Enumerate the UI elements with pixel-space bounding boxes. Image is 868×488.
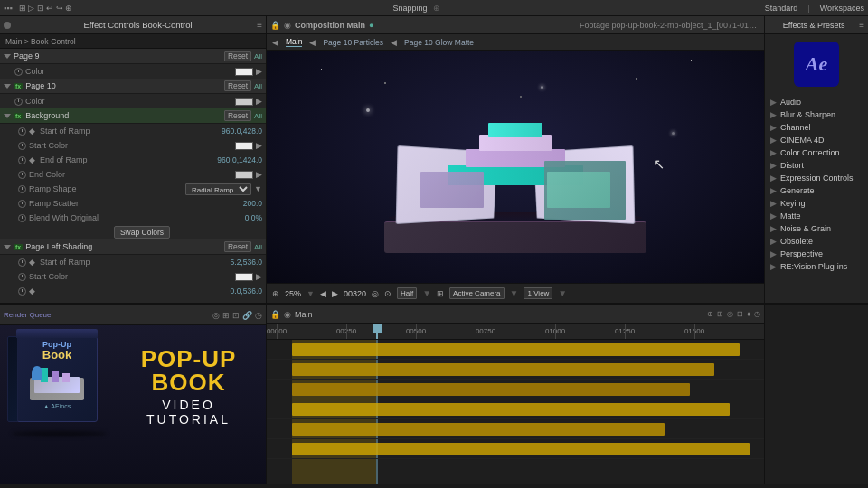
prev-frame-btn[interactable]: ◀ — [320, 289, 326, 298]
ramp-shape-stopwatch[interactable] — [18, 185, 26, 193]
bg-reset[interactable]: Reset — [224, 110, 251, 121]
timeline-btn-5[interactable]: ◷ — [255, 311, 262, 320]
category-expression[interactable]: ▶ Expression Controls — [765, 172, 868, 184]
tl-btn-6[interactable]: ◷ — [754, 310, 760, 318]
page10-color-stopwatch[interactable] — [14, 98, 23, 106]
page9-reset[interactable]: Reset — [224, 51, 251, 61]
render-btn[interactable]: ◎ — [372, 289, 379, 298]
viewer-canvas: ↖ — [267, 51, 764, 283]
pls-expand[interactable] — [4, 245, 11, 249]
ramp-scatter-stopwatch[interactable] — [18, 200, 26, 208]
tl-btn-5[interactable]: ♦ — [747, 310, 750, 318]
category-blur-sharpen[interactable]: ▶ Blur & Sharpen — [765, 108, 868, 121]
audio-label: Audio — [780, 98, 801, 107]
category-cinema4d[interactable]: ▶ CINEMA 4D — [765, 134, 868, 146]
page10-color-swatch[interactable] — [235, 98, 253, 106]
end-ramp-value[interactable]: 960.0,1424.0 — [217, 155, 262, 164]
pls-al[interactable]: All — [254, 243, 262, 251]
end-ramp-stopwatch[interactable] — [18, 156, 26, 164]
page9-section[interactable]: Page 9 Reset All — [0, 49, 266, 64]
next-frame-btn[interactable]: ▶ — [332, 289, 338, 298]
page-left-shading-section[interactable]: fx Page Left Shading Reset All — [0, 239, 266, 255]
tl-btn-1[interactable]: ⊕ — [707, 310, 713, 318]
effect-list[interactable]: Page 9 Reset All Color ▶ fx Page 10 Rese… — [0, 49, 266, 303]
category-color-correction[interactable]: ▶ Color Correction — [765, 146, 868, 159]
timeline-btn-3[interactable]: ⊡ — [232, 311, 240, 320]
close-button[interactable] — [4, 22, 11, 29]
zoom-btn[interactable]: ⊕ — [272, 289, 279, 298]
pls-color-stopwatch[interactable] — [18, 273, 26, 281]
subtab-arrow-glow[interactable]: ◀ — [391, 38, 397, 47]
zoom-level: 25% — [285, 289, 301, 298]
page10-section[interactable]: fx Page 10 Reset All — [0, 79, 266, 94]
tl-btn-2[interactable]: ⊞ — [717, 310, 723, 318]
timeline-btn-4[interactable]: 🔗 — [242, 311, 252, 320]
workspace-sep: | — [807, 4, 809, 13]
render-queue-label[interactable]: Render Queue — [4, 311, 51, 319]
subtab-glow[interactable]: Page 10 Glow Matte — [404, 38, 474, 47]
view-dropdown[interactable]: 1 View — [524, 287, 552, 299]
subtab-arrow-main[interactable]: ◀ — [272, 38, 278, 47]
timeline-btn-1[interactable]: ◎ — [212, 311, 220, 320]
quality-dropdown[interactable]: Half — [397, 287, 417, 299]
start-ramp-stopwatch[interactable] — [18, 127, 26, 136]
playhead[interactable] — [376, 324, 378, 339]
background-section[interactable]: fx Background Reset All — [0, 108, 266, 124]
page9-expand[interactable] — [4, 54, 11, 59]
category-keying[interactable]: ▶ Keying — [765, 197, 868, 210]
tl-btn-3[interactable]: ◎ — [727, 310, 733, 318]
bg-al[interactable]: All — [254, 112, 262, 120]
pls-color-swatch[interactable] — [235, 273, 253, 281]
category-distort[interactable]: ▶ Distort — [765, 159, 868, 172]
color-stopwatch[interactable] — [14, 68, 23, 76]
start-color-stopwatch[interactable] — [18, 142, 26, 150]
bg-fx-badge: fx — [14, 113, 23, 119]
ramp-shape-select[interactable]: Radial Ramp Linear Ramp — [185, 183, 251, 195]
lock-icon[interactable]: 🔒 — [270, 21, 280, 30]
subtab-arrow-particles[interactable]: ◀ — [309, 38, 316, 47]
category-generate[interactable]: ▶ Generate — [765, 184, 868, 197]
tl-btn-4[interactable]: ⊡ — [737, 310, 743, 318]
page10-al[interactable]: All — [254, 82, 262, 90]
pls-reset[interactable]: Reset — [224, 241, 251, 252]
camera-dropdown[interactable]: Active Camera — [449, 287, 504, 299]
category-obsolete[interactable]: ▶ Obsolete — [765, 235, 868, 248]
subtab-main[interactable]: Main — [286, 37, 302, 47]
blend-value[interactable]: 0.0% — [245, 213, 262, 222]
ramp-scatter-value[interactable]: 200.0 — [243, 199, 262, 208]
swap-colors-button[interactable]: Swap Colors — [114, 226, 170, 239]
timeline-btn-2[interactable]: ⊞ — [222, 311, 230, 320]
start-color-swatch[interactable] — [235, 142, 253, 150]
category-noise-grain[interactable]: ▶ Noise & Grain — [765, 222, 868, 235]
category-matte[interactable]: ▶ Matte — [765, 210, 868, 222]
category-perspective[interactable]: ▶ Perspective — [765, 248, 868, 260]
view-options-btn[interactable]: ⊙ — [384, 289, 392, 298]
category-audio[interactable]: ▶ Audio — [765, 96, 868, 108]
page10-color-row: Color ▶ — [0, 94, 266, 108]
pls-end-stopwatch[interactable] — [18, 287, 26, 296]
category-revision[interactable]: ▶ RE:Vision Plug-ins — [765, 260, 868, 273]
pls-start-ramp-value[interactable]: 5.2,536.0 — [231, 258, 262, 267]
tl-lock[interactable]: 🔒 — [270, 310, 280, 319]
blend-stopwatch[interactable] — [18, 214, 26, 222]
effects-panel-menu[interactable]: ≡ — [859, 20, 864, 30]
view-icon[interactable]: ⊞ — [437, 289, 444, 298]
start-ramp-value[interactable]: 960.0,428.0 — [222, 127, 262, 136]
ae-logo[interactable]: Ae — [794, 42, 839, 87]
panel-menu[interactable]: ≡ — [257, 20, 262, 30]
pls-stopwatch[interactable] — [18, 258, 26, 267]
page10-reset[interactable]: Reset — [224, 80, 251, 91]
timeline-tracks — [267, 340, 764, 484]
color-swatch-white[interactable] — [235, 68, 253, 76]
menubar: ▪▪▪ ⊞ ▷ ⊡ ↩ ↪ ⊕ Snapping ⊕ Standard | Wo… — [0, 0, 868, 16]
page9-al[interactable]: All — [254, 52, 262, 61]
end-color-stopwatch[interactable] — [18, 171, 26, 179]
pls-end-value[interactable]: 0.0,536.0 — [231, 286, 262, 296]
subtab-particles[interactable]: Page 10 Particles — [323, 38, 383, 47]
page10-color-label: Color — [25, 97, 232, 106]
bg-expand[interactable] — [4, 114, 11, 118]
footage-tab[interactable]: Footage pop-up-book-2-mp-object_1_[0071-… — [580, 21, 760, 30]
category-channel[interactable]: ▶ Channel — [765, 121, 868, 134]
end-color-swatch[interactable] — [235, 171, 253, 179]
page10-expand[interactable] — [4, 84, 11, 89]
